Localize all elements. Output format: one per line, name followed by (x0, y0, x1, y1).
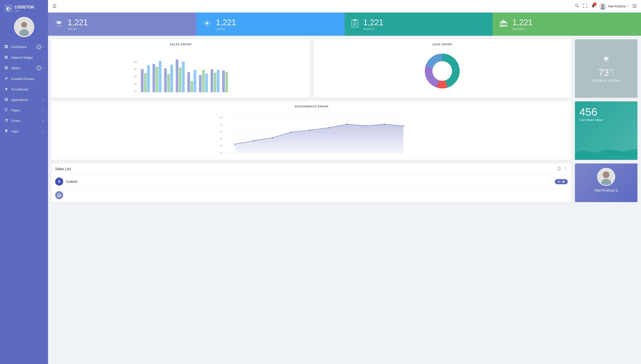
svg-text:Feb: Feb (252, 155, 255, 156)
leads-label: LEADS (216, 28, 236, 30)
svg-rect-75 (176, 60, 178, 92)
fullscreen-icon[interactable] (583, 4, 587, 9)
sidebar-item-material-widget[interactable]: Material Widget ▾ (0, 52, 48, 63)
sidebar-item-label: Dashboard (11, 45, 37, 49)
hamburger-button[interactable]: ☰ (52, 4, 56, 9)
sidebar-item-charts[interactable]: Charts ▾ (0, 116, 48, 126)
svg-rect-71 (159, 61, 162, 92)
stat-leads: 1,221 LEADS (196, 12, 344, 36)
svg-rect-16 (5, 69, 8, 70)
svg-point-43 (60, 25, 61, 26)
sidebar-item-label: Material Widget (11, 56, 42, 60)
svg-text:100: 100 (219, 137, 223, 140)
search-icon[interactable] (575, 4, 579, 9)
svg-text:Aug: Aug (364, 155, 368, 156)
svg-text:Sep: Sep (383, 155, 386, 156)
svg-point-18 (5, 98, 6, 99)
menu-icon[interactable] (632, 4, 636, 9)
svg-rect-72 (164, 68, 167, 92)
sales-value: 1,221 (68, 18, 88, 27)
svg-point-143 (566, 167, 566, 168)
stats-row: 1,221 SALES 1,221 LEADS 1,221 (48, 12, 641, 36)
svg-rect-10 (5, 56, 6, 58)
svg-rect-88 (225, 72, 228, 92)
svg-rect-9 (6, 47, 8, 48)
chevron-down-icon: ▾ (42, 130, 44, 132)
chevron-down-icon: ▾ (42, 109, 44, 112)
apps-icon (4, 98, 8, 102)
bank-icon (499, 19, 508, 30)
svg-rect-77 (182, 62, 185, 92)
sales-graph-card: SALES GRAPH 20 40 60 80 100 (52, 39, 310, 98)
user-menu[interactable]: Hari Krishna ▾ (599, 3, 628, 10)
sidebar-item-tables[interactable]: Tables 2 ▾ (0, 63, 48, 74)
logo-domain: .com (14, 10, 34, 12)
svg-rect-39 (632, 4, 636, 5)
svg-rect-87 (222, 70, 225, 92)
sidebar-item-scrumboard[interactable]: Scrumboard (0, 84, 48, 94)
sun-icon (602, 55, 610, 64)
svg-point-145 (566, 170, 566, 170)
svg-rect-86 (217, 70, 220, 92)
sales-score: 20 (558, 180, 560, 183)
page-content: 1,221 SALES 1,221 LEADS 1,221 (48, 12, 641, 364)
svg-text:Jul: Jul (346, 155, 348, 156)
svg-rect-79 (190, 81, 193, 92)
svg-rect-0 (4, 4, 12, 12)
tables-badge: 2 (37, 66, 41, 70)
svg-point-32 (576, 4, 578, 6)
svg-point-102 (604, 57, 608, 60)
svg-point-22 (6, 99, 7, 100)
svg-rect-81 (199, 75, 202, 92)
clipboard-icon (351, 19, 359, 30)
svg-point-128 (328, 127, 329, 128)
profile-avatar (597, 168, 615, 186)
notification-button[interactable]: 3 (591, 4, 595, 9)
sales-list-title: Sales List (55, 167, 557, 171)
sidebar-item-guarded-routes[interactable]: Guarded Routes (0, 74, 48, 84)
weather-temp: 73°C (598, 67, 614, 78)
svg-rect-67 (144, 73, 147, 92)
maps-icon (4, 129, 8, 133)
svg-text:B: B (58, 194, 60, 197)
sales-graph-title: SALES GRAPH (55, 43, 306, 46)
sidebar-item-applications[interactable]: Applications ▾ (0, 94, 48, 105)
sidebar-item-label: Applications (11, 98, 42, 102)
sidebar-item-maps[interactable]: maps ▾ (0, 126, 48, 136)
assets-value: 1,221 (364, 18, 384, 27)
svg-marker-17 (5, 87, 8, 90)
sidebar-item-pages[interactable]: Pages ▾ (0, 105, 48, 116)
svg-rect-70 (156, 67, 158, 92)
sidebar-item-label: Tables (11, 66, 37, 70)
svg-point-125 (272, 137, 273, 138)
stat-banking: 1,221 BANKING (493, 12, 641, 36)
svg-rect-73 (167, 74, 170, 92)
dashboard-badge: 1 (37, 45, 41, 49)
svg-text:120: 120 (219, 130, 223, 133)
svg-text:Mar: Mar (270, 155, 274, 156)
more-options-icon[interactable] (564, 166, 568, 172)
sidebar-item-label: Charts (11, 119, 42, 122)
gear-icon (202, 19, 212, 30)
svg-text:Oct: Oct (402, 155, 405, 156)
svg-point-26 (7, 100, 8, 101)
svg-rect-41 (632, 7, 636, 8)
svg-rect-83 (205, 74, 208, 92)
refresh-icon[interactable] (557, 166, 561, 172)
sales-graph-svg: 20 40 60 80 100 (55, 49, 306, 93)
svg-rect-12 (6, 58, 8, 58)
svg-point-5 (20, 29, 28, 36)
sales-item-icon-2: B (55, 191, 63, 199)
chevron-down-icon: ▾ (42, 67, 44, 70)
svg-rect-74 (170, 65, 173, 92)
chevron-down-icon: ▾ (42, 120, 44, 122)
sidebar-item-dashboard[interactable]: Dashboard 1 ▾ (0, 42, 48, 52)
profile-name: Hari Krishna S (594, 188, 618, 192)
logo-icon (4, 4, 12, 12)
svg-rect-82 (202, 70, 205, 92)
svg-line-107 (604, 56, 604, 57)
svg-point-123 (234, 144, 236, 145)
svg-rect-11 (6, 56, 8, 57)
chevron-down-icon: ▾ (42, 46, 44, 48)
stat-assets: 1,221 ASSETS (344, 12, 493, 36)
